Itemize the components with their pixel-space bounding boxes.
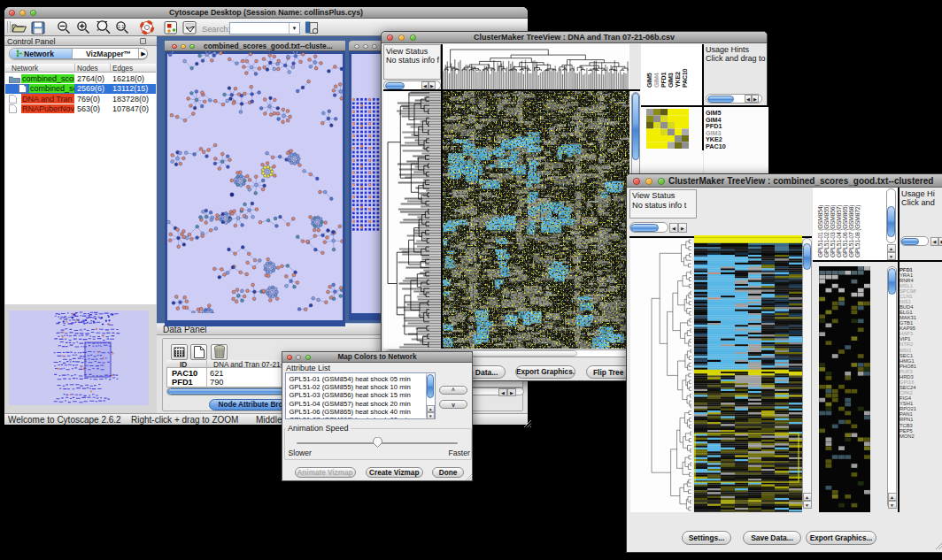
svg-text:1:1: 1:1	[118, 24, 125, 29]
